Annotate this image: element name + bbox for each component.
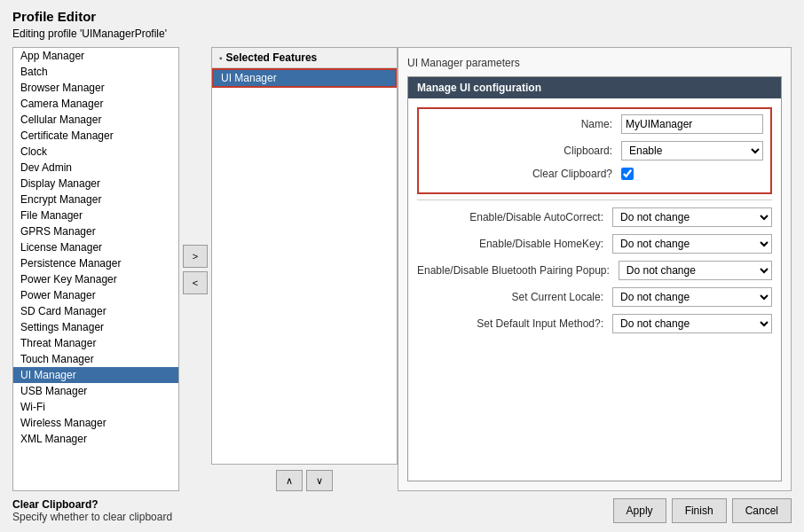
input-method-row: Set Default Input Method?: Do not change…	[417, 314, 772, 333]
feature-list-item[interactable]: Display Manager	[13, 176, 178, 192]
feature-list-item[interactable]: USB Manager	[13, 383, 178, 399]
expand-icon: ▪	[219, 53, 223, 63]
homekey-label: Enable/Disable HomeKey:	[417, 238, 612, 250]
feature-list-item[interactable]: Wi-Fi	[13, 399, 178, 415]
name-label: Name:	[426, 118, 621, 130]
editing-profile-label: Editing profile 'UIManagerProfile'	[12, 27, 792, 40]
feature-list-item[interactable]: SD Card Manager	[13, 303, 178, 319]
feature-list-item[interactable]: Dev Admin	[13, 160, 178, 176]
feature-list-item[interactable]: License Manager	[13, 239, 178, 255]
bluetooth-row: Enable/Disable Bluetooth Pairing Popup: …	[417, 261, 772, 280]
clear-clipboard-checkbox[interactable]	[621, 168, 634, 180]
feature-list-item[interactable]: Encrypt Manager	[13, 192, 178, 207]
feature-list-item[interactable]: Power Key Manager	[13, 271, 178, 287]
bottom-section: Clear Clipboard? Specify whether to clea…	[12, 498, 792, 523]
right-panel-title: UI Manager parameters	[407, 57, 782, 69]
feature-list-item[interactable]: File Manager	[13, 207, 178, 223]
clear-clipboard-row: Clear Clipboard?	[426, 168, 763, 180]
feature-list-item[interactable]: UI Manager	[13, 367, 178, 383]
homekey-select[interactable]: Do not changeEnableDisable	[612, 234, 772, 254]
feature-list-item[interactable]: Browser Manager	[13, 80, 178, 96]
bottom-info-desc: Specify whether to clear clipboard	[12, 511, 172, 523]
feature-list-item[interactable]: Certificate Manager	[13, 128, 178, 144]
name-row: Name:	[426, 114, 763, 134]
selected-features-section: ▪ Selected Features UI Manager ∧ ∨	[211, 47, 398, 491]
highlighted-config-section: Name: Clipboard: EnableDisableDo not cha…	[417, 107, 772, 194]
add-feature-button[interactable]: >	[183, 245, 208, 268]
feature-list-item[interactable]: App Manager	[13, 48, 178, 64]
locale-row: Set Current Locale: Do not changeEnableD…	[417, 287, 772, 307]
selected-features-header: ▪ Selected Features	[212, 48, 397, 68]
feature-list-panel: App ManagerBatchBrowser ManagerCamera Ma…	[12, 47, 179, 491]
feature-list-item[interactable]: Persistence Manager	[13, 255, 178, 271]
window-title: Profile Editor	[12, 9, 792, 24]
clipboard-row: Clipboard: EnableDisableDo not change	[426, 141, 763, 160]
bottom-buttons: Apply Finish Cancel	[613, 498, 792, 523]
reorder-buttons: ∧ ∨	[276, 470, 333, 491]
config-panel: UI Manager parameters Manage UI configur…	[398, 47, 792, 491]
move-down-button[interactable]: ∨	[306, 470, 333, 491]
bottom-info-title: Clear Clipboard?	[12, 498, 172, 511]
locale-select[interactable]: Do not changeEnableDisable	[612, 287, 772, 307]
input-method-select[interactable]: Do not changeEnableDisable	[612, 314, 772, 333]
clear-clipboard-label: Clear Clipboard?	[426, 168, 621, 180]
bottom-info: Clear Clipboard? Specify whether to clea…	[12, 498, 172, 523]
config-section: Manage UI configuration Name: Clipboard:…	[407, 76, 782, 481]
clipboard-label: Clipboard:	[426, 145, 621, 157]
middle-items-list: UI Manager	[212, 68, 397, 88]
feature-list-item[interactable]: Threat Manager	[13, 335, 178, 351]
locale-label: Set Current Locale:	[417, 291, 612, 303]
autocorrect-row: Enable/Disable AutoCorrect: Do not chang…	[417, 207, 772, 227]
bluetooth-label: Enable/Disable Bluetooth Pairing Popup:	[417, 264, 619, 277]
selected-feature-item[interactable]: UI Manager	[212, 68, 397, 88]
autocorrect-select[interactable]: Do not changeEnableDisable	[612, 207, 772, 227]
divider	[417, 200, 772, 200]
feature-list-item[interactable]: GPRS Manager	[13, 223, 178, 239]
selected-features-title: Selected Features	[226, 51, 318, 64]
bluetooth-select[interactable]: Do not changeEnableDisable	[619, 261, 772, 280]
config-header: Manage UI configuration	[408, 77, 781, 98]
remove-feature-button[interactable]: <	[183, 271, 208, 294]
profile-editor-window: Profile Editor Editing profile 'UIManage…	[0, 0, 804, 532]
side-arrows: > <	[183, 47, 208, 491]
config-body: Name: Clipboard: EnableDisableDo not cha…	[408, 98, 781, 349]
feature-list-item[interactable]: Wireless Manager	[13, 415, 178, 431]
selected-features-panel: ▪ Selected Features UI Manager	[211, 47, 398, 465]
feature-list-item[interactable]: Power Manager	[13, 287, 178, 303]
main-panels: App ManagerBatchBrowser ManagerCamera Ma…	[12, 47, 792, 491]
cancel-button[interactable]: Cancel	[732, 498, 792, 523]
input-method-label: Set Default Input Method?:	[417, 317, 612, 330]
move-up-button[interactable]: ∧	[276, 470, 303, 491]
feature-list-item[interactable]: XML Manager	[13, 431, 178, 447]
clipboard-select[interactable]: EnableDisableDo not change	[621, 141, 763, 160]
finish-button[interactable]: Finish	[672, 498, 727, 523]
feature-list-item[interactable]: Clock	[13, 144, 178, 160]
feature-list-item[interactable]: Camera Manager	[13, 96, 178, 112]
autocorrect-label: Enable/Disable AutoCorrect:	[417, 211, 612, 223]
name-input[interactable]	[621, 114, 763, 134]
feature-list-item[interactable]: Batch	[13, 64, 178, 80]
homekey-row: Enable/Disable HomeKey: Do not changeEna…	[417, 234, 772, 254]
feature-list-item[interactable]: Settings Manager	[13, 319, 178, 335]
feature-list-item[interactable]: Cellular Manager	[13, 112, 178, 128]
apply-button[interactable]: Apply	[613, 498, 666, 523]
feature-list-item[interactable]: Touch Manager	[13, 351, 178, 367]
